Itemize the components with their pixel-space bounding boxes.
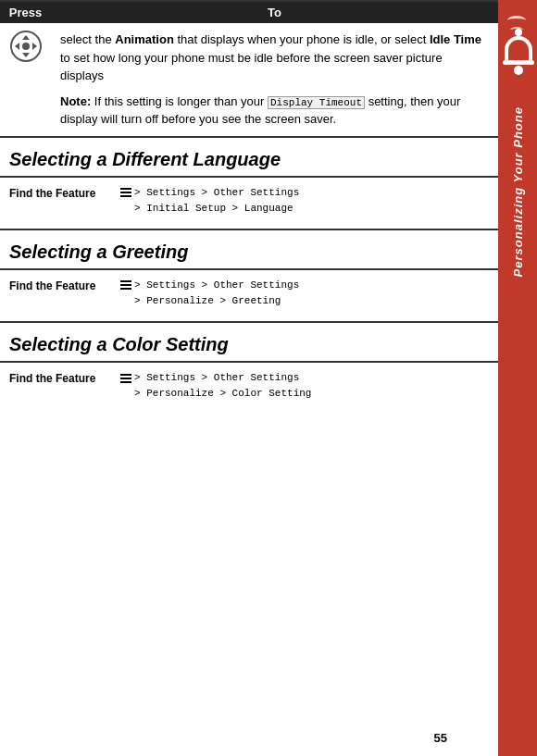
note-label: Note: [60,94,91,108]
find-feature-language: Find the Feature > Settings > Other Sett… [0,178,498,230]
section-color-heading: Selecting a Color Setting [0,323,498,363]
section-language: Selecting a Different Language Find the … [0,138,498,230]
find-feature-greeting: Find the Feature > Settings > Other Sett… [0,270,498,323]
main-content: Press To [0,0,498,756]
section-greeting: Selecting a Greeting Find the Feature > … [0,230,498,323]
find-label-language: Find the Feature [9,185,120,200]
press-to-table: Press To [0,0,498,138]
to-content-cell: select the Animation that displays when … [51,23,498,137]
nav-center-dot [22,43,30,50]
animation-label: Animation [115,32,174,46]
section-color: Selecting a Color Setting Find the Featu… [0,323,498,414]
page-container: Personalizing Your Phone Press To [0,0,537,756]
section-greeting-heading: Selecting a Greeting [0,230,498,270]
find-label-greeting: Find the Feature [9,278,120,292]
to-text: select the Animation that displays when … [60,31,489,85]
find-path-color: > Settings > Other Settings > Personaliz… [120,370,311,403]
find-feature-color: Find the Feature > Settings > Other Sett… [0,363,498,414]
section-language-heading: Selecting a Different Language [0,138,498,178]
menu-icon-color [120,374,131,383]
nav-circle-icon [10,31,42,62]
right-sidebar: Personalizing Your Phone [498,0,537,756]
find-path-language: > Settings > Other Settings > Initial Se… [120,185,299,217]
press-header: Press [0,1,51,23]
sidebar-vertical-text: Personalizing Your Phone [511,106,525,277]
to-header: To [51,1,498,23]
note-block: Note: If this setting is longer than you… [60,93,489,129]
display-timeout-label: Display Timeout [268,96,365,109]
idle-time-label: Idle Time [430,32,481,46]
find-path-greeting: > Settings > Other Settings > Personaliz… [120,278,299,310]
page-number: 55 [434,731,447,745]
find-label-color: Find the Feature [9,370,120,385]
menu-icon-greeting [120,280,131,290]
nav-button-cell [0,23,51,137]
menu-icon-language [120,188,131,197]
